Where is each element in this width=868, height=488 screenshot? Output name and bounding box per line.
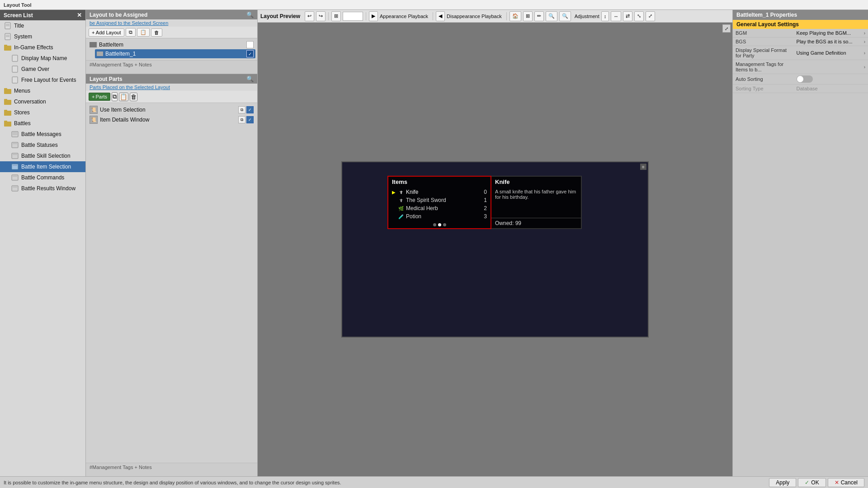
copy-icon[interactable]: ⧉ <box>238 106 245 113</box>
layout-check-battleitem[interactable] <box>246 41 254 48</box>
sidebar-item-battle-statuses[interactable]: Battle Statuses <box>0 140 85 150</box>
adj-btn1[interactable]: ↕ <box>601 11 609 21</box>
bgs-arrow[interactable]: › <box>864 39 865 44</box>
sidebar-item-stores[interactable]: Stores <box>0 107 85 118</box>
parts-item-item-details-window[interactable]: 📜 Item Details Window ⧉ ✓ <box>88 115 255 125</box>
item-num: 0 <box>484 189 487 195</box>
props-value-bgs[interactable]: Play the BGS as it is so... › <box>794 38 868 46</box>
sidebar-item-game-over[interactable]: Game Over <box>0 64 85 75</box>
paste-parts-button[interactable]: 📋 <box>119 93 128 101</box>
sidebar-item-system[interactable]: System <box>0 31 85 42</box>
home-button[interactable]: 🏠 <box>509 11 521 21</box>
ok-button[interactable]: ✓ OK <box>798 478 826 487</box>
sidebar-title: Screen List <box>4 12 33 19</box>
sorting-type-value: Database <box>797 86 818 91</box>
sidebar-item-free-layout[interactable]: Free Layout for Events <box>0 75 85 85</box>
grid-button[interactable]: ⊞ <box>523 11 533 21</box>
add-parts-button[interactable]: + Parts <box>89 93 110 101</box>
sidebar-item-battle-results-window[interactable]: Battle Results Window <box>0 183 85 194</box>
ok-check-icon: ✓ <box>805 479 809 486</box>
parts-list: 📜 Use Item Selection ⧉ ✓ 📜 Item Details … <box>86 103 257 127</box>
item-row-medical-herb[interactable]: 🌿 Medical Herb 2 <box>388 204 491 212</box>
mgmt-tags-parts: #Management Tags + Notes <box>86 463 257 476</box>
folder-icon <box>4 87 12 95</box>
sidebar-item-label: Battle Commands <box>21 174 64 181</box>
check-icon[interactable]: ✓ <box>246 106 254 113</box>
sidebar-item-conversation[interactable]: Conversation <box>0 96 85 107</box>
parts-search-icon[interactable]: 🔍 <box>246 75 254 82</box>
adj-btn4[interactable]: ⤡ <box>634 11 644 21</box>
cancel-button[interactable]: ✕ Cancel <box>828 478 864 487</box>
sidebar-item-label: Game Over <box>21 66 49 72</box>
copy-layout-button[interactable]: ⧉ <box>126 28 136 37</box>
redo-button[interactable]: ↪ <box>316 11 326 21</box>
mgmt-tags-arrow[interactable]: › <box>864 65 865 70</box>
assigned-screen-link[interactable]: be Assigned to the Selected Screen <box>86 19 257 27</box>
delete-parts-button[interactable]: 🗑 <box>130 93 137 101</box>
zoom-out-button[interactable]: 🔍 <box>546 11 557 21</box>
separator2 <box>366 12 366 20</box>
props-value-sorting-type: Database <box>794 84 868 93</box>
items-panel: Items ▶ 🗡 Knife 0 🗡 The Spi <box>387 176 491 229</box>
props-value-bgm[interactable]: Keep Playing the BGM... › <box>794 29 868 37</box>
item-row-spirit-sword[interactable]: 🗡 The Spirit Sword 1 <box>388 196 491 204</box>
preview-area: Layout Preview ↩ ↪ ⊞ 0.70 ▶ Appearance P… <box>258 10 732 476</box>
sidebar-item-label: Free Layout for Events <box>21 77 76 83</box>
middle-panel: Layout to be Assigned 🔍 be Assigned to t… <box>86 10 258 476</box>
sidebar-item-display-map-name[interactable]: Display Map Name <box>0 53 85 64</box>
item-row-potion[interactable]: 🧪 Potion 3 <box>388 212 491 221</box>
herb-icon: 🌿 <box>398 205 404 211</box>
apply-button[interactable]: Apply <box>769 478 796 487</box>
disappearance-play-button[interactable]: ◀ <box>436 11 445 21</box>
layout-folder-icon-small <box>97 52 103 56</box>
sidebar-item-battle-item-selection[interactable]: Battle Item Selection <box>0 161 85 172</box>
adj-btn2[interactable]: ↔ <box>611 11 621 21</box>
fit-button[interactable]: ⊞ <box>331 11 341 21</box>
sidebar-item-in-game-effects[interactable]: In-Game Effects <box>0 42 85 53</box>
preview-close-button[interactable]: ≡ <box>640 164 646 170</box>
props-label-display-special: Display Special Format for Party <box>733 46 794 60</box>
props-value-mgmt-tags[interactable]: › <box>794 63 868 71</box>
delete-layout-button[interactable]: 🗑 <box>151 28 162 37</box>
display-special-arrow[interactable]: › <box>864 51 865 56</box>
layout-item-battleitem[interactable]: BattleItem <box>88 40 255 49</box>
folder-icon <box>4 98 12 106</box>
play-button[interactable]: ▶ <box>369 11 378 21</box>
search-icon[interactable]: 🔍 <box>246 11 254 18</box>
sidebar-item-title[interactable]: Title <box>0 20 85 31</box>
sidebar-item-battle-messages[interactable]: Battle Messages <box>0 129 85 140</box>
zoom-in-button[interactable]: 🔍 <box>559 11 571 21</box>
parts-placed-link[interactable]: Parts Placed on the Selected Layout <box>86 84 257 91</box>
item-num: 2 <box>484 205 487 211</box>
props-row-sorting-type: Sorting Type Database <box>733 84 868 93</box>
item-row-knife[interactable]: ▶ 🗡 Knife 0 <box>388 188 491 196</box>
sidebar-item-label: System <box>14 33 32 40</box>
pen-button[interactable]: ✏ <box>534 11 544 21</box>
expand-button[interactable]: ⤢ <box>722 24 731 33</box>
layout-check-battleitem1[interactable]: ✓ <box>246 50 254 57</box>
copy-icon[interactable]: ⧉ <box>238 116 245 123</box>
bgm-arrow[interactable]: › <box>864 31 865 36</box>
zoom-input[interactable]: 0.70 <box>343 12 363 21</box>
sidebar-item-label: Battle Item Selection <box>21 164 71 170</box>
adj-btn5[interactable]: ⤢ <box>646 11 655 21</box>
add-layout-button[interactable]: + Add Layout <box>89 28 124 37</box>
layout-item-battleitem1[interactable]: BattleItem_1 ✓ <box>95 49 255 58</box>
parts-item-actions: ⧉ ✓ <box>238 106 254 113</box>
check-icon[interactable]: ✓ <box>246 116 254 123</box>
auto-sorting-toggle[interactable] <box>797 75 813 83</box>
parts-item-use-item-selection[interactable]: 📜 Use Item Selection ⧉ ✓ <box>88 105 255 115</box>
layout-toolbar: + Add Layout ⧉ 📋 🗑 <box>86 27 257 38</box>
sidebar-item-battle-skill-selection[interactable]: Battle Skill Selection <box>0 150 85 161</box>
sidebar-item-battles[interactable]: Battles <box>0 118 85 129</box>
undo-button[interactable]: ↩ <box>305 11 314 21</box>
sidebar-item-label: Battle Messages <box>21 131 61 137</box>
paste-layout-button[interactable]: 📋 <box>137 28 150 37</box>
sidebar-item-menus[interactable]: Menus <box>0 85 85 96</box>
sidebar-item-battle-commands[interactable]: Battle Commands <box>0 172 85 183</box>
copy-parts-button[interactable]: ⧉ <box>112 92 118 101</box>
svg-rect-28 <box>12 175 18 180</box>
sidebar-close[interactable]: ✕ <box>77 12 82 19</box>
props-value-display-special[interactable]: Using Game Definition › <box>794 49 868 57</box>
adj-btn3[interactable]: ⇄ <box>623 11 632 21</box>
